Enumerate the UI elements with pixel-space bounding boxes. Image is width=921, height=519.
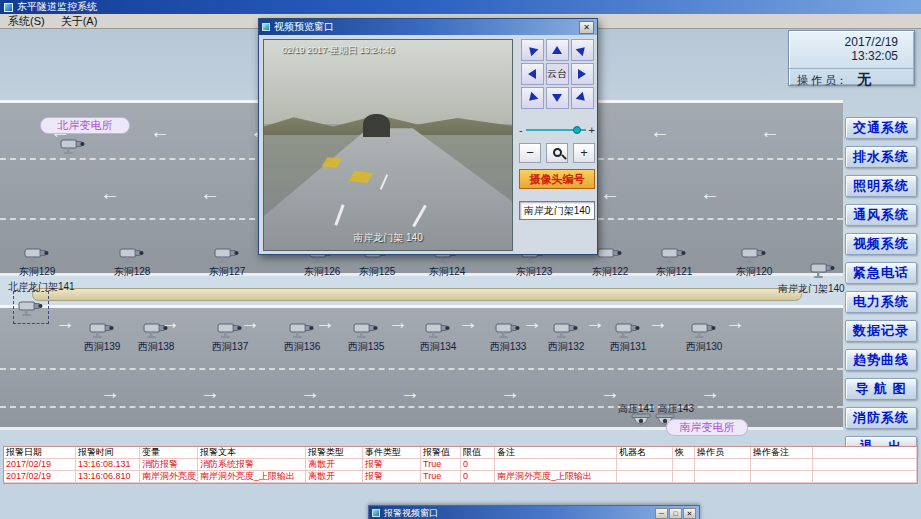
slider-minus-label: -: [519, 124, 523, 136]
camera-west[interactable]: 西洞133: [486, 320, 530, 354]
camera-west[interactable]: 西洞137: [208, 320, 252, 354]
sidebar-button[interactable]: 照明系统: [845, 175, 917, 197]
arrow-up-right-icon: [576, 44, 589, 57]
camera-label: 东洞121: [652, 265, 696, 279]
table-cell: 0: [461, 471, 495, 483]
video-timestamp: 02/19 2017-星期日 13:24:46: [282, 44, 395, 57]
camera-east[interactable]: 东洞129: [15, 245, 59, 279]
video-window-title: 视频预览窗口: [274, 20, 334, 34]
sidebar-button[interactable]: 电力系统: [845, 291, 917, 313]
status-panel: 2017/2/19 13:32:05 操 作 员： 无: [788, 30, 915, 86]
ptz-right-button[interactable]: [571, 63, 594, 85]
ptz-up-button[interactable]: [546, 39, 569, 61]
ptz-down-button[interactable]: [546, 87, 569, 109]
cctv-camera-icon: [741, 245, 767, 265]
hv-camera-labels: 高压141 高压143: [618, 402, 694, 416]
camera-label: 东洞122: [588, 265, 632, 279]
close-icon[interactable]: ✕: [683, 508, 696, 519]
sidebar-button[interactable]: 消防系统: [845, 407, 917, 429]
table-cell: 2017/02/19: [4, 471, 76, 483]
selected-camera-gantry-north[interactable]: [13, 291, 49, 324]
sidebar: 交通系统排水系统照明系统通风系统视频系统紧急电话电力系统数据记录趋势曲线导 航 …: [845, 117, 917, 487]
table-cell: 事件类型: [363, 447, 421, 459]
arrow-up-icon: [552, 46, 562, 54]
ptz-down-right-button[interactable]: [571, 87, 594, 109]
camera-id-label: 摄像头编号: [519, 169, 595, 189]
arrow-down-icon: [552, 94, 562, 102]
table-cell: 南岸洞外亮度_Hp: [140, 471, 198, 483]
video-window-title-bar[interactable]: 视频预览窗口 ✕: [259, 19, 597, 35]
cctv-camera-icon: [691, 320, 717, 340]
table-cell: [813, 459, 917, 471]
lane-arrow-icon: →: [388, 312, 408, 332]
camera-east[interactable]: 东洞120: [732, 245, 776, 279]
sidebar-button[interactable]: 趋势曲线: [845, 349, 917, 371]
camera-west[interactable]: 西洞131: [606, 320, 650, 354]
maximize-icon[interactable]: □: [669, 508, 682, 519]
table-cell: 离散开: [306, 459, 363, 471]
zoom-slider[interactable]: [526, 129, 586, 131]
table-row[interactable]: 2017/02/1913:16:06.810南岸洞外亮度_Hp南岸洞外亮度_上限…: [4, 471, 917, 483]
camera-west[interactable]: 西洞139: [80, 320, 124, 354]
table-row[interactable]: 2017/02/1913:16:08.131消防报警消防系统报警离散开报警Tru…: [4, 459, 917, 471]
camera-east[interactable]: 东洞121: [652, 245, 696, 279]
camera-west[interactable]: 西洞136: [280, 320, 324, 354]
table-cell: 报警日期: [4, 447, 76, 459]
ptz-up-left-button[interactable]: [521, 39, 544, 61]
camera-label: 西洞135: [344, 340, 388, 354]
cctv-camera-icon: [597, 245, 623, 265]
close-icon[interactable]: ✕: [579, 21, 594, 34]
menu-item[interactable]: 系统(S): [0, 14, 53, 28]
camera-select[interactable]: 南岸龙门架140: [519, 201, 595, 220]
ptz-down-left-button[interactable]: [521, 87, 544, 109]
minimize-icon[interactable]: ─: [655, 508, 668, 519]
ptz-left-button[interactable]: [521, 63, 544, 85]
zoom-in-button[interactable]: +: [573, 143, 595, 163]
lane-arrow-icon: →: [400, 382, 420, 402]
camera-gantry-south[interactable]: [810, 260, 836, 284]
camera-west[interactable]: 西洞138: [134, 320, 178, 354]
camera-hv-141[interactable]: [630, 413, 652, 433]
status-date: 2017/2/19: [789, 35, 914, 49]
table-cell: 南岸洞外亮度_上限输出: [198, 471, 306, 483]
camera-west[interactable]: 西洞130: [682, 320, 726, 354]
camera-west[interactable]: 西洞132: [544, 320, 588, 354]
table-cell: 13:16:06.810: [76, 471, 140, 483]
zoom-out-button[interactable]: −: [519, 143, 541, 163]
magnifier-button[interactable]: [546, 143, 568, 163]
operator-row: 操 作 员： 无: [789, 68, 914, 89]
ptz-up-right-button[interactable]: [571, 39, 594, 61]
camera-west[interactable]: 西洞135: [344, 320, 388, 354]
lane-arrow-icon: →: [700, 382, 720, 402]
camera-north-substation[interactable]: [60, 136, 86, 160]
zoom-slider-thumb[interactable]: [573, 126, 581, 134]
cctv-camera-icon: [119, 245, 145, 265]
sidebar-button[interactable]: 排水系统: [845, 146, 917, 168]
table-cell: 报警: [363, 459, 421, 471]
north-substation-label: 北岸变电所: [40, 117, 130, 134]
sidebar-button[interactable]: 交通系统: [845, 117, 917, 139]
sidebar-button[interactable]: 通风系统: [845, 204, 917, 226]
ptz-row: 云台: [519, 63, 595, 85]
sidebar-button[interactable]: 紧急电话: [845, 262, 917, 284]
sidebar-button[interactable]: 视频系统: [845, 233, 917, 255]
sidebar-button[interactable]: 数据记录: [845, 320, 917, 342]
lane-arrow-icon: ←: [760, 121, 780, 141]
bottom-window-title-bar[interactable]: 报警视频窗口 ─ □ ✕: [369, 506, 699, 519]
camera-east[interactable]: 东洞128: [110, 245, 154, 279]
video-control-panel: 云台 - + − + 摄像头编号 南岸龙门架140: [519, 39, 595, 251]
lane-arrow-icon: ←: [150, 121, 170, 141]
camera-east[interactable]: 东洞127: [205, 245, 249, 279]
cctv-camera-icon: [425, 320, 451, 340]
lane-arrow-icon: →: [600, 382, 620, 402]
camera-label: 西洞138: [134, 340, 178, 354]
cctv-camera-icon: [553, 320, 579, 340]
south-substation-label: 南岸变电所: [666, 419, 748, 436]
lane-arrow-icon: →: [585, 312, 605, 332]
table-cell: 报警时间: [76, 447, 140, 459]
sidebar-button[interactable]: 导 航 图: [845, 378, 917, 400]
camera-west[interactable]: 西洞134: [416, 320, 460, 354]
lane-arrow-icon: ←: [600, 183, 620, 203]
table-cell: [813, 471, 917, 483]
menu-item[interactable]: 关于(A): [53, 14, 106, 28]
